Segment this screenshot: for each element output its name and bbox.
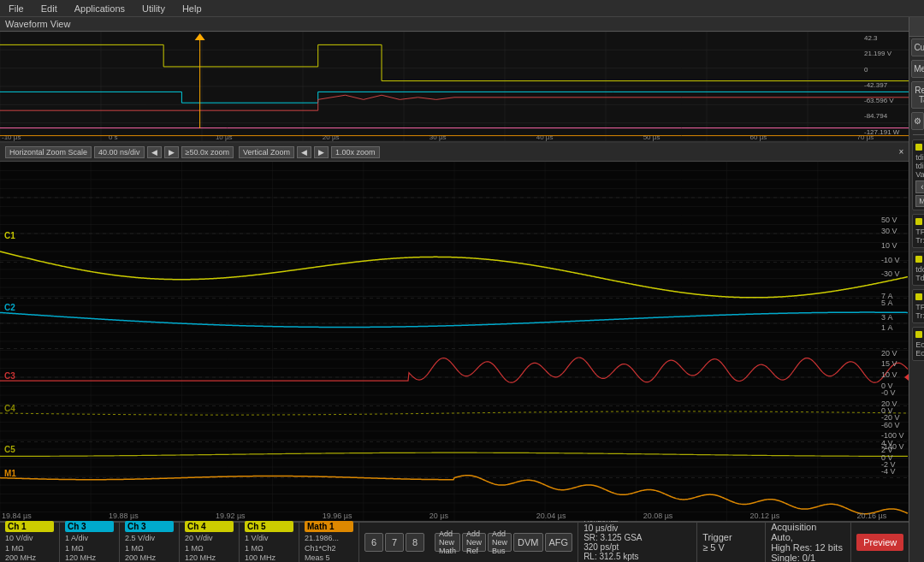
results-table-button[interactable]: Results Table xyxy=(911,81,924,109)
horiz-zoom-label: Horizontal Zoom Scale xyxy=(5,146,92,158)
acquisition-info: Acquisition Auto, High Res: 12 bits Sing… xyxy=(766,523,851,562)
main-waveform-display[interactable] xyxy=(0,162,909,521)
trigger-title: Trigger xyxy=(702,532,760,542)
ch4-label: Ch 4 xyxy=(185,521,234,532)
measure-button[interactable]: Measure xyxy=(911,60,924,78)
ch3a-label: Ch 3 xyxy=(65,521,114,532)
ch8-button[interactable]: 8 xyxy=(406,533,424,552)
meas3-color-dot xyxy=(915,256,922,263)
cursors-button[interactable]: Cursors xyxy=(911,38,924,56)
ch3a-detail3: 120 MHz xyxy=(65,553,114,562)
math1-detail3: Meas 5 xyxy=(305,553,353,562)
bottom-status-bar: Ch 1 10 V/div 1 MΩ 200 MHz Ch 3 1 A/div … xyxy=(0,521,909,562)
overview-waveform[interactable] xyxy=(0,32,909,143)
horiz-zoom-inc[interactable]: ▶ xyxy=(164,146,179,158)
meas1-minmax: Min' Max' xyxy=(915,195,924,207)
add-bus-button[interactable]: Add New Bus xyxy=(488,533,512,552)
zoom-close-button[interactable]: × xyxy=(898,147,903,157)
ch5-label: Ch 5 xyxy=(245,521,293,532)
meas1-label0: tdiom/ xyxy=(915,153,924,162)
acquisition-res: High Res: 12 bits xyxy=(771,542,845,553)
meas3-row1: Tdofft: 5.049 µs xyxy=(915,274,924,282)
horizontal-rl: RL: 312.5 kpts xyxy=(583,552,691,561)
menu-help[interactable]: Help xyxy=(174,3,210,14)
preview-button[interactable]: Preview xyxy=(856,534,903,551)
ch3b-detail3: 200 MHz xyxy=(125,553,174,562)
ch1-label: Ch 1 xyxy=(5,521,54,532)
ch1-info[interactable]: Ch 1 10 V/div 1 MΩ 200 MHz xyxy=(0,523,60,562)
menu-bar: File Edit Applications Utility Help xyxy=(0,0,924,17)
meas4-color-dot xyxy=(915,293,922,300)
meas2-label0: TP xyxy=(915,228,924,236)
meas4-label1: Tr: xyxy=(915,311,924,320)
menu-applications[interactable]: Applications xyxy=(66,3,133,14)
ch3a-info[interactable]: Ch 3 1 A/div 1 MΩ 120 MHz xyxy=(60,523,120,562)
vert-zoom-ctrl: Vertical Zoom ◀ ▶ 1.00x zoom xyxy=(239,146,380,158)
acquisition-single: Single: 0/1 xyxy=(771,553,845,562)
trigger-info: Trigger ≥ 5 V xyxy=(697,523,766,562)
horiz-zoom-ctrl: Horizontal Zoom Scale 40.00 ns/div ◀ ▶ ≥… xyxy=(5,146,234,158)
trigger-value: ≥ 5 V xyxy=(702,542,760,553)
meas1-row1: tdiont: 12.48 ns xyxy=(915,162,924,170)
ch3b-detail: 2.5 V/div xyxy=(125,534,174,544)
meas2-title: Meas 2 xyxy=(915,217,924,226)
meas1-color-dot xyxy=(915,144,922,151)
meas5-block: Meas 5 Eon/ Eonr: 3.489 µJ xyxy=(912,327,924,361)
add-ref-button[interactable]: Add New Ref xyxy=(462,533,486,552)
meas3-title: Meas 3 xyxy=(915,255,924,263)
vert-zoom-dec[interactable]: ◀ xyxy=(297,146,311,158)
ch4-info[interactable]: Ch 4 20 V/div 1 MΩ 120 MHz xyxy=(180,523,240,562)
meas5-title: Meas 5 xyxy=(915,330,924,339)
settings-icon-button[interactable]: ⚙ xyxy=(911,112,924,130)
right-panel: Add New... Cursors Callout Measure Searc… xyxy=(909,17,924,562)
meas4-row1: Tr: 16.32 ns xyxy=(915,311,924,320)
zoom-bar: Horizontal Zoom Scale 40.00 ns/div ◀ ▶ ≥… xyxy=(0,143,909,162)
ch3a-detail2: 1 MΩ xyxy=(65,544,114,554)
meas4-label0: TP xyxy=(915,303,924,311)
add-new-button[interactable]: Add New... xyxy=(909,17,924,37)
menu-file[interactable]: File xyxy=(0,3,33,14)
ch5-info[interactable]: Ch 5 1 V/div 1 MΩ 100 MHz xyxy=(240,523,299,562)
meas1-prev-button[interactable]: ‹ xyxy=(915,180,924,193)
meas1-label2: Value: xyxy=(915,170,924,179)
horiz-zoom-value[interactable]: 40.00 ns/div xyxy=(94,146,145,158)
overview-canvas xyxy=(0,32,909,141)
meas1-min-label: Min' xyxy=(915,195,924,207)
cursors-callout-row: Cursors Callout xyxy=(911,38,924,56)
results-plot-row: Results Table Plot xyxy=(911,81,924,109)
measure-search-row: Measure Search xyxy=(911,60,924,78)
ch4-detail3: 120 MHz xyxy=(185,553,234,562)
ch5-detail: 1 V/div xyxy=(245,534,293,544)
ch6-button[interactable]: 6 xyxy=(364,533,383,552)
horizontal-sr: SR: 3.125 GSA xyxy=(583,533,691,542)
menu-utility[interactable]: Utility xyxy=(133,3,174,14)
ch7-button[interactable]: 7 xyxy=(385,533,404,552)
menu-edit[interactable]: Edit xyxy=(33,3,66,14)
add-math-button[interactable]: Add New Math xyxy=(435,533,460,552)
ch3b-detail2: 1 MΩ xyxy=(125,544,174,554)
ch4-detail2: 1 MΩ xyxy=(185,544,234,554)
math1-detail2: Ch1*Ch2 xyxy=(305,544,353,554)
ch3a-detail: 1 A/div xyxy=(65,534,114,544)
dvm-button[interactable]: DVM xyxy=(513,533,542,552)
meas1-row2: Value: 12.480 ns xyxy=(915,170,924,179)
meas1-nav: ‹ › xyxy=(915,180,924,193)
add-buttons-group: Add New Math Add New Ref Add New Bus DVM… xyxy=(429,533,578,552)
meas3-row0: tdoff/ xyxy=(915,265,924,274)
meas5-label1: Eonr: xyxy=(915,349,924,358)
waveform-view-label: Waveform View xyxy=(0,17,909,32)
math1-info[interactable]: Math 1 21.1986... Ch1*Ch2 Meas 5 xyxy=(299,523,359,562)
meas3-label0: tdoff/ xyxy=(915,265,924,274)
horiz-zoom-dec[interactable]: ◀ xyxy=(147,146,162,158)
vert-zoom-inc[interactable]: ▶ xyxy=(314,146,329,158)
ch3b-info[interactable]: Ch 3 2.5 V/div 1 MΩ 200 MHz xyxy=(120,523,180,562)
horizontal-info: Horizontal 10 µs/div SR: 3.125 GSA 320 p… xyxy=(578,523,697,562)
afg-button[interactable]: AFG xyxy=(545,533,573,552)
scope-area: Waveform View Horizontal Zoom Scale 40.0… xyxy=(0,17,909,562)
ch5-detail3: 100 MHz xyxy=(245,553,293,562)
acquisition-mode: Auto, xyxy=(771,532,845,542)
acquisition-title: Acquisition xyxy=(771,522,845,532)
meas1-title: Meas 1 xyxy=(915,143,924,151)
ch1-detail3: 200 MHz xyxy=(5,553,54,562)
meas2-row1: Tr: 152.3 ns xyxy=(915,236,924,245)
